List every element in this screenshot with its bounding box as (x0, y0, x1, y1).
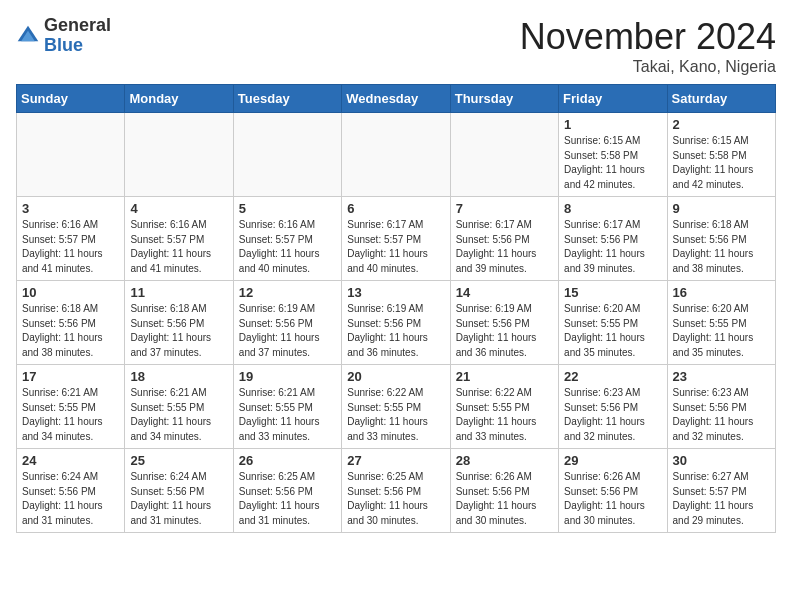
day-cell: 28Sunrise: 6:26 AM Sunset: 5:56 PM Dayli… (450, 449, 558, 533)
day-cell (450, 113, 558, 197)
header-cell-saturday: Saturday (667, 85, 775, 113)
day-number: 26 (239, 453, 336, 468)
day-number: 7 (456, 201, 553, 216)
logo-general-text: General (44, 15, 111, 35)
day-cell: 15Sunrise: 6:20 AM Sunset: 5:55 PM Dayli… (559, 281, 667, 365)
day-info: Sunrise: 6:21 AM Sunset: 5:55 PM Dayligh… (130, 386, 227, 444)
day-info: Sunrise: 6:16 AM Sunset: 5:57 PM Dayligh… (239, 218, 336, 276)
day-number: 12 (239, 285, 336, 300)
day-info: Sunrise: 6:22 AM Sunset: 5:55 PM Dayligh… (347, 386, 444, 444)
day-cell (125, 113, 233, 197)
day-cell: 8Sunrise: 6:17 AM Sunset: 5:56 PM Daylig… (559, 197, 667, 281)
day-info: Sunrise: 6:17 AM Sunset: 5:57 PM Dayligh… (347, 218, 444, 276)
day-cell: 29Sunrise: 6:26 AM Sunset: 5:56 PM Dayli… (559, 449, 667, 533)
day-cell: 11Sunrise: 6:18 AM Sunset: 5:56 PM Dayli… (125, 281, 233, 365)
header-cell-tuesday: Tuesday (233, 85, 341, 113)
day-info: Sunrise: 6:16 AM Sunset: 5:57 PM Dayligh… (22, 218, 119, 276)
day-number: 5 (239, 201, 336, 216)
day-info: Sunrise: 6:21 AM Sunset: 5:55 PM Dayligh… (239, 386, 336, 444)
day-cell: 10Sunrise: 6:18 AM Sunset: 5:56 PM Dayli… (17, 281, 125, 365)
header-row: SundayMondayTuesdayWednesdayThursdayFrid… (17, 85, 776, 113)
day-info: Sunrise: 6:19 AM Sunset: 5:56 PM Dayligh… (347, 302, 444, 360)
day-number: 25 (130, 453, 227, 468)
title-block: November 2024 Takai, Kano, Nigeria (520, 16, 776, 76)
header-cell-monday: Monday (125, 85, 233, 113)
day-cell: 5Sunrise: 6:16 AM Sunset: 5:57 PM Daylig… (233, 197, 341, 281)
day-number: 19 (239, 369, 336, 384)
day-number: 3 (22, 201, 119, 216)
day-info: Sunrise: 6:18 AM Sunset: 5:56 PM Dayligh… (22, 302, 119, 360)
day-cell: 7Sunrise: 6:17 AM Sunset: 5:56 PM Daylig… (450, 197, 558, 281)
header-cell-wednesday: Wednesday (342, 85, 450, 113)
day-info: Sunrise: 6:17 AM Sunset: 5:56 PM Dayligh… (456, 218, 553, 276)
day-cell (342, 113, 450, 197)
day-number: 9 (673, 201, 770, 216)
day-info: Sunrise: 6:15 AM Sunset: 5:58 PM Dayligh… (673, 134, 770, 192)
day-number: 29 (564, 453, 661, 468)
day-cell: 24Sunrise: 6:24 AM Sunset: 5:56 PM Dayli… (17, 449, 125, 533)
day-cell: 6Sunrise: 6:17 AM Sunset: 5:57 PM Daylig… (342, 197, 450, 281)
day-number: 23 (673, 369, 770, 384)
day-info: Sunrise: 6:23 AM Sunset: 5:56 PM Dayligh… (673, 386, 770, 444)
day-info: Sunrise: 6:16 AM Sunset: 5:57 PM Dayligh… (130, 218, 227, 276)
day-info: Sunrise: 6:26 AM Sunset: 5:56 PM Dayligh… (456, 470, 553, 528)
day-cell: 12Sunrise: 6:19 AM Sunset: 5:56 PM Dayli… (233, 281, 341, 365)
header-cell-sunday: Sunday (17, 85, 125, 113)
day-number: 11 (130, 285, 227, 300)
day-cell: 14Sunrise: 6:19 AM Sunset: 5:56 PM Dayli… (450, 281, 558, 365)
day-cell: 19Sunrise: 6:21 AM Sunset: 5:55 PM Dayli… (233, 365, 341, 449)
day-number: 28 (456, 453, 553, 468)
day-number: 4 (130, 201, 227, 216)
day-number: 14 (456, 285, 553, 300)
week-row-0: 1Sunrise: 6:15 AM Sunset: 5:58 PM Daylig… (17, 113, 776, 197)
day-info: Sunrise: 6:15 AM Sunset: 5:58 PM Dayligh… (564, 134, 661, 192)
day-cell: 13Sunrise: 6:19 AM Sunset: 5:56 PM Dayli… (342, 281, 450, 365)
day-info: Sunrise: 6:22 AM Sunset: 5:55 PM Dayligh… (456, 386, 553, 444)
day-cell (17, 113, 125, 197)
day-cell: 9Sunrise: 6:18 AM Sunset: 5:56 PM Daylig… (667, 197, 775, 281)
calendar-body: 1Sunrise: 6:15 AM Sunset: 5:58 PM Daylig… (17, 113, 776, 533)
day-cell: 2Sunrise: 6:15 AM Sunset: 5:58 PM Daylig… (667, 113, 775, 197)
logo-blue-text: Blue (44, 35, 83, 55)
header-cell-friday: Friday (559, 85, 667, 113)
day-info: Sunrise: 6:24 AM Sunset: 5:56 PM Dayligh… (22, 470, 119, 528)
day-info: Sunrise: 6:18 AM Sunset: 5:56 PM Dayligh… (130, 302, 227, 360)
day-info: Sunrise: 6:23 AM Sunset: 5:56 PM Dayligh… (564, 386, 661, 444)
day-cell: 22Sunrise: 6:23 AM Sunset: 5:56 PM Dayli… (559, 365, 667, 449)
day-number: 18 (130, 369, 227, 384)
day-number: 27 (347, 453, 444, 468)
day-cell: 27Sunrise: 6:25 AM Sunset: 5:56 PM Dayli… (342, 449, 450, 533)
day-cell: 23Sunrise: 6:23 AM Sunset: 5:56 PM Dayli… (667, 365, 775, 449)
month-title: November 2024 (520, 16, 776, 58)
day-info: Sunrise: 6:27 AM Sunset: 5:57 PM Dayligh… (673, 470, 770, 528)
day-number: 22 (564, 369, 661, 384)
day-info: Sunrise: 6:19 AM Sunset: 5:56 PM Dayligh… (456, 302, 553, 360)
day-number: 17 (22, 369, 119, 384)
day-info: Sunrise: 6:24 AM Sunset: 5:56 PM Dayligh… (130, 470, 227, 528)
day-cell: 25Sunrise: 6:24 AM Sunset: 5:56 PM Dayli… (125, 449, 233, 533)
day-cell: 4Sunrise: 6:16 AM Sunset: 5:57 PM Daylig… (125, 197, 233, 281)
day-cell: 3Sunrise: 6:16 AM Sunset: 5:57 PM Daylig… (17, 197, 125, 281)
day-cell: 18Sunrise: 6:21 AM Sunset: 5:55 PM Dayli… (125, 365, 233, 449)
logo: General Blue (16, 16, 111, 56)
day-info: Sunrise: 6:26 AM Sunset: 5:56 PM Dayligh… (564, 470, 661, 528)
day-cell (233, 113, 341, 197)
day-cell: 26Sunrise: 6:25 AM Sunset: 5:56 PM Dayli… (233, 449, 341, 533)
day-number: 21 (456, 369, 553, 384)
day-cell: 17Sunrise: 6:21 AM Sunset: 5:55 PM Dayli… (17, 365, 125, 449)
header-cell-thursday: Thursday (450, 85, 558, 113)
day-cell: 1Sunrise: 6:15 AM Sunset: 5:58 PM Daylig… (559, 113, 667, 197)
day-info: Sunrise: 6:18 AM Sunset: 5:56 PM Dayligh… (673, 218, 770, 276)
day-number: 8 (564, 201, 661, 216)
day-info: Sunrise: 6:25 AM Sunset: 5:56 PM Dayligh… (347, 470, 444, 528)
day-info: Sunrise: 6:25 AM Sunset: 5:56 PM Dayligh… (239, 470, 336, 528)
logo-icon (16, 24, 40, 48)
day-number: 13 (347, 285, 444, 300)
day-info: Sunrise: 6:20 AM Sunset: 5:55 PM Dayligh… (673, 302, 770, 360)
day-number: 10 (22, 285, 119, 300)
calendar-table: SundayMondayTuesdayWednesdayThursdayFrid… (16, 84, 776, 533)
week-row-3: 17Sunrise: 6:21 AM Sunset: 5:55 PM Dayli… (17, 365, 776, 449)
day-info: Sunrise: 6:20 AM Sunset: 5:55 PM Dayligh… (564, 302, 661, 360)
week-row-4: 24Sunrise: 6:24 AM Sunset: 5:56 PM Dayli… (17, 449, 776, 533)
day-number: 1 (564, 117, 661, 132)
